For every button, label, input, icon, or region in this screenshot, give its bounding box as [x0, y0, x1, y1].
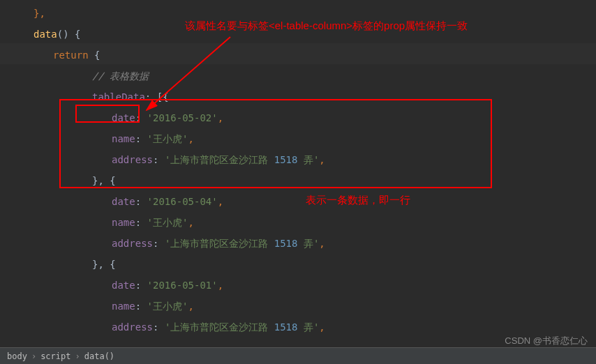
prop-address: address	[112, 154, 153, 165]
bc-data[interactable]: data()	[84, 351, 114, 361]
breadcrumb[interactable]: body › script › data()	[0, 347, 596, 364]
chevron-right-icon: ›	[75, 351, 80, 361]
prop-tabledata: tableData	[92, 91, 145, 103]
keyword-return: return	[53, 50, 89, 61]
annotation-top: 该属性名要与标签<el-table-column>标签的prop属性保持一致	[185, 20, 468, 33]
brace: },	[33, 8, 45, 19]
bc-script[interactable]: script	[40, 351, 70, 361]
string-value: '王小虎'	[147, 133, 188, 144]
comment: // 表格数据	[92, 70, 149, 82]
chevron-right-icon: ›	[31, 351, 36, 361]
string-value: '2016-05-02'	[147, 112, 218, 123]
watermark: CSDN @书香恋仁心	[505, 335, 588, 347]
bc-body[interactable]: body	[7, 351, 27, 361]
prop-date: date	[112, 112, 135, 123]
code-editor[interactable]: }, data() { return { // 表格数据 tableData: …	[0, 0, 596, 338]
func-name: data	[33, 29, 57, 40]
prop-name: name	[112, 133, 135, 144]
annotation-row: 表示一条数据，即一行	[306, 194, 410, 207]
obj-separator: }, {	[92, 175, 116, 186]
